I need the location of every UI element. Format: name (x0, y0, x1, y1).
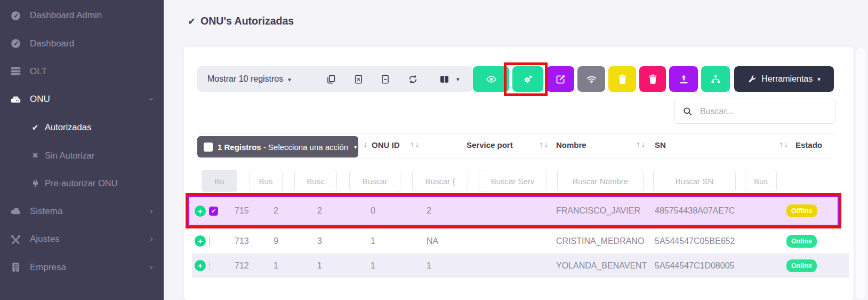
trash-button-yellow[interactable] (608, 66, 636, 92)
refresh-button[interactable] (404, 66, 422, 92)
server-icon (9, 66, 22, 77)
cell: 3 (317, 236, 371, 246)
upload-button[interactable] (669, 66, 698, 92)
row-checkbox[interactable]: ✔ (209, 207, 218, 216)
wifi-button[interactable] (577, 66, 605, 92)
sidebar-item-dashboard[interactable]: Dashboard (0, 29, 164, 57)
sidebar: Dashboard Admin Dashboard OLT ONU › ✔ Au… (0, 0, 164, 300)
filter-input-expand[interactable] (202, 170, 237, 192)
filter-input-nombre[interactable] (557, 170, 644, 192)
sidebar-item-sin-autorizar[interactable]: ✖ Sin Autorizar (0, 141, 164, 169)
trash-button-pink[interactable] (639, 66, 666, 92)
status-badge: Online (786, 235, 817, 248)
cell-nombre: CRISTINA_MEDRANO (556, 236, 655, 246)
expand-row-button[interactable]: + (195, 206, 206, 217)
cell-sn: 5A544547C05BE652 (655, 236, 786, 246)
gauge-icon (9, 38, 22, 50)
action-select-label: - Selecciona una acción (263, 143, 348, 152)
scrollbar-track[interactable] (856, 48, 865, 299)
tools-icon (9, 233, 22, 245)
filter-input-service-port[interactable] (479, 170, 546, 192)
caret-down-icon[interactable]: ▾ (456, 66, 460, 92)
page-title: ✔ ONU's Autorizadas (188, 15, 294, 27)
table-row[interactable]: + 712 1 1 1 1 YOLANDA_BENAVENT 5A544547C… (192, 254, 849, 278)
select-all-checkbox[interactable] (204, 143, 213, 152)
sidebar-item-autorizadas[interactable]: ✔ Autorizadas (0, 114, 164, 141)
cell-service-port: 1 (427, 261, 556, 271)
table-row[interactable]: + 713 9 3 1 NA CRISTINA_MEDRANO 5A544547… (192, 228, 849, 254)
copy-button[interactable] (322, 66, 340, 92)
herramientas-dropdown[interactable]: Herramientas ▾ (734, 66, 834, 92)
page-title-text: ONU's Autorizadas (200, 15, 294, 27)
bulk-action-dropdown[interactable]: 1 Registros - Selecciona una acción ▾ (197, 136, 358, 157)
expand-row-button[interactable]: + (195, 235, 206, 247)
filter-input-3[interactable] (349, 170, 400, 192)
wrench-icon (748, 75, 757, 84)
cell: 1 (274, 261, 317, 271)
edit-button[interactable] (546, 66, 574, 92)
chevron-right-icon: › (150, 207, 153, 216)
columns-visibility-button[interactable] (435, 66, 453, 92)
search-input[interactable] (699, 106, 835, 117)
chevron-right-icon: › (150, 263, 153, 272)
sidebar-item-label: Pre-autorizar ONU (45, 178, 118, 188)
search-icon (682, 106, 693, 116)
filter-input-1[interactable] (249, 170, 283, 192)
caret-down-icon: ▾ (354, 144, 357, 150)
sidebar-item-label: Sin Autorizar (45, 151, 95, 161)
sidebar-item-label: Dashboard Admin (30, 10, 102, 21)
filter-input-onu-id[interactable] (412, 170, 468, 192)
chevron-down-icon: › (147, 98, 156, 101)
building-icon (9, 262, 22, 273)
sidebar-item-label: Autorizadas (45, 122, 91, 132)
sort-icon: ↑↓ (636, 141, 645, 149)
column-header-nombre[interactable]: Nombre (556, 140, 586, 149)
cell-onu-id: 1 (371, 261, 427, 271)
row-checkbox[interactable] (209, 236, 210, 246)
sidebar-item-pre-autorizar-onu[interactable]: Pre-autorizar ONU (0, 169, 164, 197)
sidebar-item-sistema[interactable]: Sistema › (0, 198, 164, 225)
sidebar-item-empresa[interactable]: Empresa › (0, 254, 164, 281)
cell-nombre: YOLANDA_BENAVENT (556, 261, 655, 271)
column-header-onu-id[interactable]: ONU ID (372, 140, 400, 149)
cell-id: 712 (235, 261, 274, 271)
table-row[interactable]: + ✔ 715 2 2 0 2 FRANCISCO_JAVIER 4857544… (188, 196, 839, 226)
expand-row-button[interactable]: + (195, 260, 206, 271)
check-icon: ✔ (188, 15, 196, 27)
cell-id: 713 (235, 236, 274, 246)
filter-input-sn[interactable] (653, 170, 736, 192)
sidebar-item-label: Sistema (30, 206, 62, 217)
cell-sn: 485754438A07AE7C (655, 206, 786, 216)
cell: 2 (317, 206, 371, 216)
column-header-sn[interactable]: SN (655, 140, 666, 149)
sidebar-item-dashboard-admin[interactable]: Dashboard Admin (0, 2, 164, 29)
table-toolbar: Mostrar 10 registros ▾ ▾ (197, 66, 473, 92)
status-badge: Online (786, 259, 817, 272)
sidebar-item-label: OLT (30, 66, 47, 77)
sidebar-item-ajustes[interactable]: Ajustes › (0, 225, 164, 253)
sort-icon: ↓ (363, 141, 367, 149)
caret-down-icon: ▾ (817, 76, 821, 83)
cell-service-port: NA (427, 236, 556, 246)
sidebar-item-olt[interactable]: OLT (0, 58, 164, 85)
cell: 1 (317, 261, 371, 271)
sort-icon: ↑↓ (409, 141, 419, 149)
sort-icon: ↑↓ (778, 141, 788, 149)
excel-export-button[interactable] (349, 66, 367, 92)
sort-icon: ↑↓ (539, 141, 548, 149)
filter-input-estado[interactable] (745, 170, 777, 192)
row-checkbox[interactable] (209, 260, 210, 271)
column-header-estado[interactable]: Estado (795, 140, 822, 149)
hdd-icon (9, 93, 22, 105)
app-canvas: Dashboard Admin Dashboard OLT ONU › ✔ Au… (0, 0, 868, 300)
network-sitemap-button[interactable] (701, 66, 730, 92)
x-icon: ✖ (30, 149, 41, 161)
cell-nombre: FRANCISCO_JAVIER (556, 206, 655, 216)
file-export-button[interactable] (376, 66, 394, 92)
cell-id: 715 (235, 206, 274, 216)
column-header-service-port[interactable]: Service port (467, 140, 513, 149)
sidebar-item-onu[interactable]: ONU › (0, 85, 164, 113)
cell-onu-id: 0 (371, 206, 427, 216)
show-records-dropdown[interactable]: Mostrar 10 registros ▾ (197, 74, 291, 84)
filter-input-2[interactable] (294, 170, 337, 192)
